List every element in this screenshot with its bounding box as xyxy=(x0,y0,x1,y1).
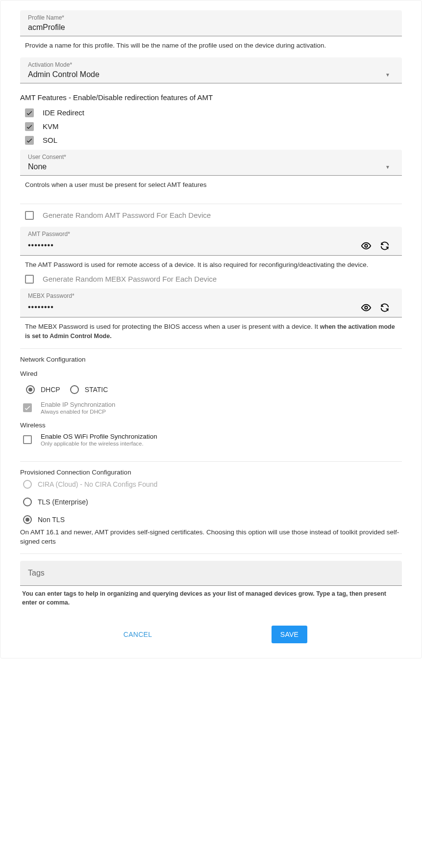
action-bar: CANCEL SAVE xyxy=(20,626,402,643)
sol-checkbox[interactable]: SOL xyxy=(25,136,402,145)
activation-mode-value: Admin Control Mode xyxy=(28,69,381,81)
ip-sync-checkbox: Enable IP Synchronization Always enabled… xyxy=(23,401,402,415)
network-heading: Network Configuration xyxy=(20,356,402,363)
nontls-label: Non TLS xyxy=(38,516,65,524)
generate-mebx-label: Generate Random MEBX Password For Each D… xyxy=(43,275,217,283)
regenerate-button[interactable] xyxy=(375,238,394,253)
checkbox-icon xyxy=(25,136,34,145)
nontls-note: On AMT 16.1 and newer, AMT provides self… xyxy=(20,528,402,547)
user-consent-select[interactable]: User Consent* None ▼ xyxy=(20,150,402,176)
kvm-label: KVM xyxy=(43,122,59,131)
profile-name-input[interactable] xyxy=(28,22,394,34)
wifi-sync-checkbox[interactable]: Enable OS WiFi Profile Synchronization O… xyxy=(23,433,402,447)
kvm-checkbox[interactable]: KVM xyxy=(25,122,402,131)
mebx-password-hint: The MEBX Password is used for protecting… xyxy=(20,319,402,342)
profile-name-hint: Provide a name for this profile. This wi… xyxy=(20,38,402,57)
refresh-icon xyxy=(379,302,390,313)
wired-heading: Wired xyxy=(20,370,402,377)
static-label: STATIC xyxy=(85,386,108,394)
mebx-password-value: •••••••• xyxy=(28,302,357,314)
divider xyxy=(20,204,402,204)
amt-password-value: •••••••• xyxy=(28,240,357,252)
ide-redirect-checkbox[interactable]: IDE Redirect xyxy=(25,108,402,117)
show-password-button[interactable] xyxy=(357,238,375,253)
generate-mebx-checkbox[interactable]: Generate Random MEBX Password For Each D… xyxy=(25,275,402,284)
amt-password-field[interactable]: AMT Password* •••••••• xyxy=(20,227,402,256)
divider xyxy=(20,461,402,462)
checkbox-icon xyxy=(23,403,32,412)
amt-password-label: AMT Password* xyxy=(28,231,394,237)
profile-name-field[interactable]: Profile Name* xyxy=(20,10,402,36)
cancel-button[interactable]: CANCEL xyxy=(115,626,161,643)
checkbox-icon xyxy=(25,108,34,117)
wifi-sync-sublabel: Only applicable for the wireless interfa… xyxy=(41,441,157,447)
activation-mode-select[interactable]: Activation Mode* Admin Control Mode ▼ xyxy=(20,57,402,83)
amt-features-heading: AMT Features - Enable/Disable redirectio… xyxy=(20,93,402,102)
wireless-heading: Wireless xyxy=(20,421,402,429)
static-radio[interactable]: STATIC xyxy=(70,385,108,394)
radio-icon xyxy=(23,498,32,506)
dropdown-icon: ▼ xyxy=(381,164,394,170)
eye-icon xyxy=(361,302,372,313)
radio-icon xyxy=(23,480,32,489)
cira-label: CIRA (Cloud) - No CIRA Configs Found xyxy=(38,480,157,488)
ip-sync-label: Enable IP Synchronization xyxy=(41,401,115,408)
user-consent-label: User Consent* xyxy=(28,154,394,160)
checkbox-icon xyxy=(25,275,34,284)
user-consent-hint: Controls when a user must be present for… xyxy=(20,178,402,197)
checkbox-icon xyxy=(23,435,32,444)
wifi-sync-label: Enable OS WiFi Profile Synchronization xyxy=(41,433,157,440)
activation-mode-label: Activation Mode* xyxy=(28,61,394,68)
amt-password-hint: The AMT Password is used for remote acce… xyxy=(20,258,402,272)
checkbox-icon xyxy=(25,122,34,131)
generate-amt-checkbox[interactable]: Generate Random AMT Password For Each De… xyxy=(25,211,402,220)
dhcp-label: DHCP xyxy=(41,386,60,394)
radio-icon xyxy=(23,515,32,524)
tls-label: TLS (Enterprise) xyxy=(38,498,88,506)
dhcp-radio[interactable]: DHCP xyxy=(26,385,60,394)
eye-icon xyxy=(361,240,372,251)
radio-icon xyxy=(70,385,79,394)
mebx-password-label: MEBX Password* xyxy=(28,292,394,299)
divider xyxy=(20,553,402,554)
refresh-icon xyxy=(379,240,390,251)
sol-label: SOL xyxy=(43,136,57,144)
nontls-radio[interactable]: Non TLS xyxy=(23,515,402,524)
tags-input[interactable]: Tags xyxy=(20,561,402,586)
checkbox-icon xyxy=(25,211,34,220)
ide-redirect-label: IDE Redirect xyxy=(43,108,84,117)
regenerate-button[interactable] xyxy=(375,300,394,315)
generate-amt-label: Generate Random AMT Password For Each De… xyxy=(43,211,211,219)
save-button[interactable]: SAVE xyxy=(272,626,308,643)
user-consent-value: None xyxy=(28,161,381,173)
profile-form: Profile Name* Provide a name for this pr… xyxy=(0,0,422,658)
profile-name-label: Profile Name* xyxy=(28,14,394,21)
radio-icon xyxy=(26,385,35,394)
show-password-button[interactable] xyxy=(357,300,375,315)
mebx-password-field[interactable]: MEBX Password* •••••••• xyxy=(20,289,402,317)
ip-sync-sublabel: Always enabled for DHCP xyxy=(41,409,115,415)
svg-point-0 xyxy=(365,244,368,247)
cira-radio: CIRA (Cloud) - No CIRA Configs Found xyxy=(23,480,402,489)
dropdown-icon: ▼ xyxy=(381,72,394,78)
tags-hint: You can enter tags to help in organizing… xyxy=(20,586,402,611)
svg-point-1 xyxy=(365,306,368,309)
prov-heading: Provisioned Connection Configuration xyxy=(20,469,402,476)
divider xyxy=(20,348,402,349)
tls-radio[interactable]: TLS (Enterprise) xyxy=(23,498,402,506)
